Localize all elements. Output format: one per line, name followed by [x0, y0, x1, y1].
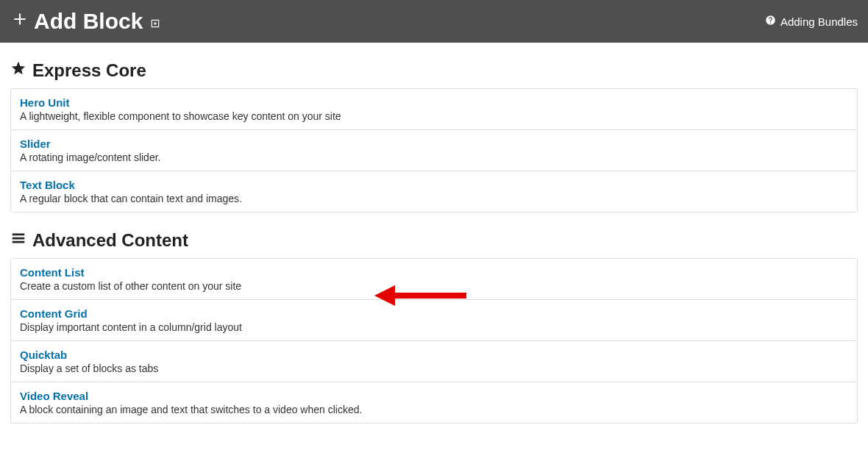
item-desc: A lightweight, flexible component to sho… — [20, 110, 848, 122]
list-item-content-list[interactable]: Content List Create a custom list of oth… — [11, 259, 857, 300]
list-item-quicktab[interactable]: Quicktab Display a set of blocks as tabs — [11, 341, 857, 382]
item-desc: A rotating image/content slider. — [20, 151, 848, 163]
item-title-video-reveal[interactable]: Video Reveal — [20, 390, 88, 402]
list-panel-advanced-content: Content List Create a custom list of oth… — [10, 258, 858, 424]
item-desc: A regular block that can contain text an… — [20, 193, 848, 204]
item-title-slider[interactable]: Slider — [20, 138, 51, 150]
section-heading-express-core: Express Core — [10, 60, 858, 81]
item-desc: A block containing an image and text tha… — [20, 404, 848, 415]
star-icon — [10, 60, 32, 81]
header-title-group: Add Block — [10, 9, 160, 34]
item-title-content-grid[interactable]: Content Grid — [20, 307, 88, 320]
help-link-text: Adding Bundles — [780, 15, 858, 28]
item-title-content-list[interactable]: Content List — [20, 266, 85, 279]
item-desc: Create a custom list of other content on… — [20, 280, 848, 292]
item-desc: Display a set of blocks as tabs — [20, 362, 848, 374]
list-item-slider[interactable]: Slider A rotating image/content slider. — [11, 130, 857, 171]
section-express-core: Express Core Hero Unit A lightweight, fl… — [0, 60, 868, 213]
item-title-text-block[interactable]: Text Block — [20, 179, 75, 191]
page-header: Add Block Adding Bundles — [0, 0, 868, 43]
plus-icon — [10, 9, 34, 34]
question-circle-icon — [765, 15, 776, 28]
list-item-hero-unit[interactable]: Hero Unit A lightweight, flexible compon… — [11, 89, 857, 130]
section-heading-advanced-content: Advanced Content — [10, 230, 858, 251]
section-advanced-content: Advanced Content Content List Create a c… — [0, 230, 868, 424]
list-item-content-grid[interactable]: Content Grid Display important content i… — [11, 300, 857, 341]
list-panel-express-core: Hero Unit A lightweight, flexible compon… — [10, 88, 858, 213]
section-heading-text: Advanced Content — [32, 230, 188, 251]
item-title-quicktab[interactable]: Quicktab — [20, 349, 67, 361]
page-title-text: Add Block — [34, 9, 143, 34]
list-item-video-reveal[interactable]: Video Reveal A block containing an image… — [11, 382, 857, 423]
list-item-text-block[interactable]: Text Block A regular block that can cont… — [11, 171, 857, 212]
item-desc: Display important content in a column/gr… — [20, 321, 848, 333]
list-icon — [10, 230, 32, 251]
help-link[interactable]: Adding Bundles — [765, 15, 858, 28]
item-title-hero-unit[interactable]: Hero Unit — [20, 96, 70, 109]
plus-square-icon — [143, 9, 160, 34]
page-title: Add Block — [10, 9, 160, 34]
section-heading-text: Express Core — [32, 60, 146, 81]
